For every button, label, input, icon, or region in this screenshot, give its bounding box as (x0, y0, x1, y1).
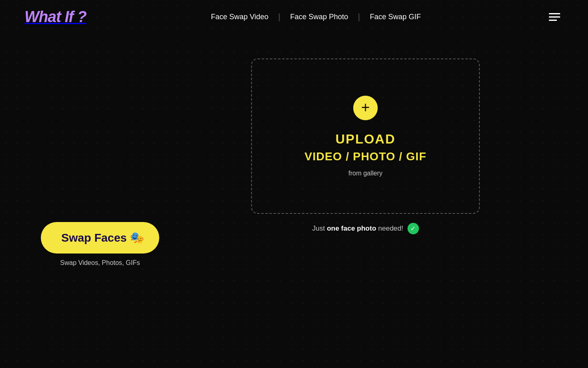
plus-icon: + (361, 100, 370, 115)
hamburger-line-3 (549, 20, 557, 21)
upload-info-bold: one face photo (327, 224, 376, 232)
logo[interactable]: What If ? (24, 8, 86, 26)
shield-check-icon: ✓ (408, 223, 419, 234)
upload-subtitle: VIDEO / PHOTO / GIF (305, 150, 427, 163)
main-nav: Face Swap Video | Face Swap Photo | Face… (201, 12, 431, 22)
upload-info-text: Just one face photo needed! (312, 224, 403, 233)
upload-from-label: from gallery (348, 170, 383, 177)
hamburger-line-1 (549, 13, 560, 14)
nav-link-face-swap-video[interactable]: Face Swap Video (201, 13, 278, 21)
nav-link-face-swap-gif[interactable]: Face Swap GIF (360, 13, 431, 21)
left-section: Swap Faces 🎭 Swap Videos, Photos, GIFs (41, 58, 159, 267)
swap-subtitle: Swap Videos, Photos, GIFs (41, 259, 159, 267)
right-section: + UPLOAD VIDEO / PHOTO / GIF from galler… (176, 58, 555, 234)
hamburger-line-2 (549, 16, 560, 18)
hamburger-menu-button[interactable] (546, 10, 564, 24)
swap-faces-button[interactable]: Swap Faces 🎭 (41, 222, 159, 254)
upload-info: Just one face photo needed! ✓ (312, 223, 419, 234)
main-content: Swap Faces 🎭 Swap Videos, Photos, GIFs +… (0, 34, 588, 267)
plus-circle: + (353, 96, 378, 120)
logo-text: What If ? (24, 8, 86, 26)
check-mark: ✓ (410, 225, 416, 232)
upload-title: UPLOAD (335, 132, 395, 147)
nav-link-face-swap-photo[interactable]: Face Swap Photo (281, 13, 358, 21)
upload-area[interactable]: + UPLOAD VIDEO / PHOTO / GIF from galler… (251, 58, 480, 214)
